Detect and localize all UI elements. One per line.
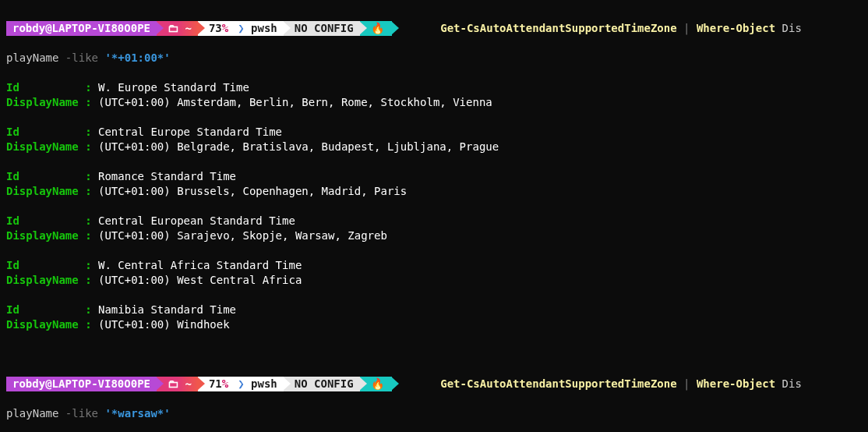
param-wrap: playName [6,407,65,420]
cmdlet-name: Get-CsAutoAttendantSupportedTimeZone [440,377,676,390]
displayname-value: (UTC+01:00) Brussels, Copenhagen, Madrid… [98,185,407,197]
config-segment: NO CONFIG [284,21,360,36]
battery-percent-icon: % [222,21,228,36]
result-row: DisplayName : (UTC+01:00) Belgrade, Brat… [6,140,862,154]
shell-label: pwsh [251,377,277,391]
id-label: Id : [6,126,98,138]
result-row: Id : Central European Standard Time [6,214,862,228]
param-wrap: playName [6,51,65,64]
like-operator: -like [65,407,98,420]
displayname-value: (UTC+01:00) West Central Africa [98,274,302,286]
result-row: DisplayName : (UTC+01:00) Amsterdam, Ber… [6,95,862,110]
result-row: Id : Central Europe Standard Time [6,125,862,140]
id-value: W. Europe Standard Time [98,81,249,94]
result-row: DisplayName : (UTC+01:00) Windhoek [6,317,862,332]
displayname-value: (UTC+01:00) Windhoek [98,318,230,331]
displayname-label: DisplayName : [6,318,98,331]
config-segment: NO CONFIG [284,377,360,391]
shell-label: pwsh [251,21,277,36]
command-text: Get-CsAutoAttendantSupportedTimeZone | W… [392,6,802,51]
user-segment: robdy@LAPTOP-VI80O0PE [6,377,157,391]
id-label: Id : [6,81,98,94]
displayname-label: DisplayName : [6,185,98,197]
filter-value: '*+01:00*' [98,51,171,64]
result-row: DisplayName : (UTC+01:00) Sarajevo, Skop… [6,228,862,243]
result-row: DisplayName : (UTC+01:00) West Central A… [6,273,862,288]
result-block-1: Id : W. Europe Standard Time DisplayName… [6,80,862,332]
pipe-operator: | [677,22,697,34]
filter-value: '*warsaw*' [98,407,171,420]
terminal-output: robdy@LAPTOP-VI80O0PE 🗀 ~ 73% ❯ pwsh NO … [6,6,862,432]
result-row: DisplayName : (UTC+01:00) Brussels, Cope… [6,184,862,199]
displayname-value: (UTC+01:00) Amsterdam, Berlin, Bern, Rom… [98,96,492,108]
id-label: Id : [6,214,98,227]
displayname-value: (UTC+01:00) Belgrade, Bratislava, Budape… [98,140,499,153]
battery-percent-icon: % [222,377,228,391]
displayname-label: DisplayName : [6,96,98,108]
flame-icon: 🔥 [371,21,384,36]
displayname-value: (UTC+01:00) Sarajevo, Skopje, Warsaw, Za… [98,229,387,242]
flame-icon: 🔥 [371,377,384,391]
folder-icon: 🗀 ~ [168,377,192,391]
id-value: Namibia Standard Time [98,303,236,316]
id-label: Id : [6,170,98,182]
shell-name [245,21,251,36]
where-cmdlet: Where-Object [697,377,775,390]
result-row: Id : Namibia Standard Time [6,303,862,317]
where-cmdlet: Where-Object [697,22,775,34]
command-wrap-1: playName -like '*+01:00*' [6,51,862,66]
id-value: Central Europe Standard Time [98,126,282,138]
id-value: Central European Standard Time [98,214,295,227]
prompt-line-2[interactable]: robdy@LAPTOP-VI80O0PE 🗀 ~ 71% ❯ pwsh NO … [6,362,862,406]
shell-segment: ❯ pwsh [235,21,284,36]
id-label: Id : [6,259,98,271]
result-row: Id : Romance Standard Time [6,169,862,184]
id-value: Romance Standard Time [98,170,236,182]
id-label: Id : [6,303,98,316]
shell-name [245,377,251,391]
displayname-label: DisplayName : [6,274,98,286]
like-operator: -like [65,51,98,64]
battery-value: 73 [209,21,222,36]
command-wrap-2: playName -like '*warsaw*' [6,406,862,421]
id-value: W. Central Africa Standard Time [98,259,302,271]
result-row: Id : W. Europe Standard Time [6,80,862,95]
cmdlet-name: Get-CsAutoAttendantSupportedTimeZone [440,22,676,34]
result-row: Id : W. Central Africa Standard Time [6,258,862,273]
displayname-label: DisplayName : [6,140,98,153]
displayname-label: DisplayName : [6,229,98,242]
shell-segment: ❯ pwsh [235,377,284,391]
param-prefix: Dis [775,22,802,34]
prompt-line-1[interactable]: robdy@LAPTOP-VI80O0PE 🗀 ~ 73% ❯ pwsh NO … [6,6,862,51]
param-prefix: Dis [775,377,802,390]
folder-icon: 🗀 ~ [168,21,192,36]
pipe-operator: | [677,377,697,390]
user-segment: robdy@LAPTOP-VI80O0PE [6,21,157,36]
command-text: Get-CsAutoAttendantSupportedTimeZone | W… [392,362,802,406]
battery-value: 71 [209,377,222,391]
